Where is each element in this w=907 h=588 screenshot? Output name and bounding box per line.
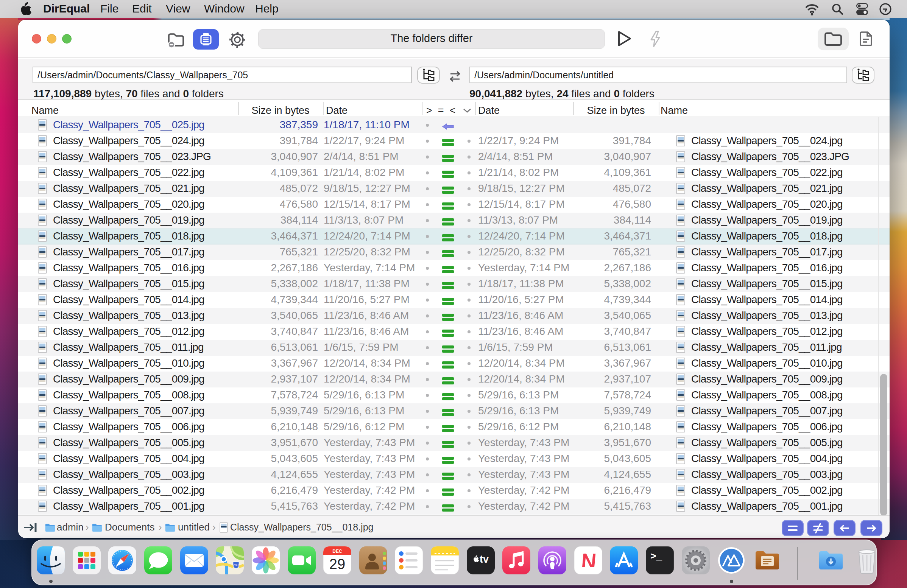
svg-text:DEC: DEC [332,549,342,554]
svg-text:280: 280 [233,563,239,567]
svg-text:tv: tv [480,554,489,565]
svg-text:29: 29 [329,556,345,572]
svg-text:>_: >_ [651,551,662,562]
